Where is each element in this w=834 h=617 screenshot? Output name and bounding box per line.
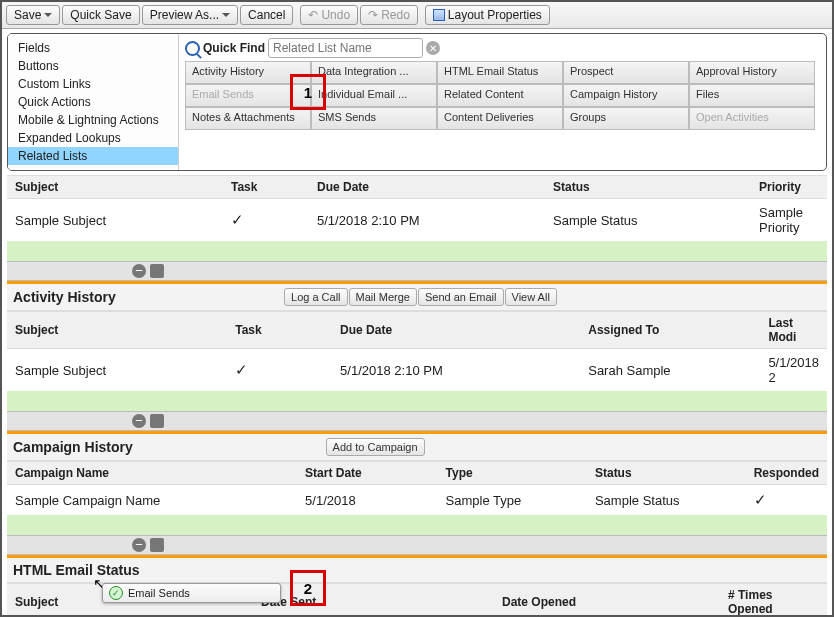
palette-sidebar: Fields Buttons Custom Links Quick Action… — [8, 34, 179, 170]
callout-1: 1 — [290, 74, 326, 110]
activity-history-table: SubjectTaskDue DateAssigned ToLast Modi … — [7, 311, 827, 391]
campaign-history-table: Campaign NameStart DateTypeStatusRespond… — [7, 461, 827, 515]
sidebar-item-buttons[interactable]: Buttons — [8, 57, 178, 75]
palette-item[interactable]: Files — [689, 84, 815, 107]
quick-find-label: Quick Find — [203, 41, 265, 55]
sidebar-item-quick-actions[interactable]: Quick Actions — [8, 93, 178, 111]
mail-merge-button[interactable]: Mail Merge — [349, 288, 417, 306]
add-to-campaign-button[interactable]: Add to Campaign — [326, 438, 425, 456]
view-all-button[interactable]: View All — [505, 288, 557, 306]
sidebar-item-custom-links[interactable]: Custom Links — [8, 75, 178, 93]
log-a-call-button[interactable]: Log a Call — [284, 288, 348, 306]
campaign-history-header: Campaign History Add to Campaign — [7, 434, 827, 461]
callout-2: 2 — [290, 570, 326, 606]
undo-button[interactable]: ↶Undo — [300, 5, 358, 25]
palette-item[interactable]: Campaign History — [563, 84, 689, 107]
drop-gap[interactable] — [7, 241, 827, 261]
section-handle[interactable]: − — [7, 411, 827, 431]
palette-panel: Fields Buttons Custom Links Quick Action… — [7, 33, 827, 171]
html-email-status-header: HTML Email Status — [7, 558, 827, 583]
save-button[interactable]: Save — [6, 5, 60, 25]
section-handle[interactable]: − — [7, 261, 827, 281]
palette-item[interactable]: Individual Email ... — [311, 84, 437, 107]
send-email-button[interactable]: Send an Email — [418, 288, 504, 306]
dragging-item[interactable]: ✓ Email Sends — [102, 583, 281, 603]
palette-item[interactable]: Groups — [563, 107, 689, 130]
palette-item[interactable]: Content Deliveries — [437, 107, 563, 130]
redo-button[interactable]: ↷Redo — [360, 5, 418, 25]
remove-icon[interactable]: − — [132, 264, 146, 278]
drop-gap[interactable] — [7, 515, 827, 535]
quick-find: Quick Find ✕ — [185, 38, 820, 58]
caret-down-icon — [44, 13, 52, 21]
table-row: Sample Subject✓5/1/2018 2:10 PMSarah Sam… — [7, 349, 827, 392]
sidebar-item-fields[interactable]: Fields — [8, 39, 178, 57]
remove-icon[interactable]: − — [132, 538, 146, 552]
sidebar-item-expanded-lookups[interactable]: Expanded Lookups — [8, 129, 178, 147]
sidebar-item-mobile-actions[interactable]: Mobile & Lightning Actions — [8, 111, 178, 129]
wrench-icon[interactable] — [150, 264, 164, 278]
preview-as-button[interactable]: Preview As... — [142, 5, 238, 25]
palette-item[interactable]: Approval History — [689, 61, 815, 84]
palette-item[interactable]: Prospect — [563, 61, 689, 84]
palette-item[interactable]: Notes & Attachments — [185, 107, 311, 130]
search-icon — [185, 41, 200, 56]
top-toolbar: Save Quick Save Preview As... Cancel ↶Un… — [2, 2, 832, 29]
remove-icon[interactable]: − — [132, 414, 146, 428]
palette-grid: Activity HistoryData Integration ...HTML… — [185, 61, 820, 153]
layout-canvas: SubjectTaskDue DateStatusPriority Sample… — [2, 175, 832, 617]
layout-properties-button[interactable]: Layout Properties — [425, 5, 550, 25]
palette-item[interactable]: Open Activities — [689, 107, 815, 130]
ok-icon: ✓ — [109, 586, 123, 600]
palette-item[interactable]: SMS Sends — [311, 107, 437, 130]
palette-item[interactable]: HTML Email Status — [437, 61, 563, 84]
table-row: Sample Campaign Name5/1/2018Sample TypeS… — [7, 485, 827, 516]
activity-history-header: Activity History Log a Call Mail Merge S… — [7, 284, 827, 311]
section-handle[interactable]: − — [7, 535, 827, 555]
sidebar-item-related-lists[interactable]: Related Lists — [8, 147, 178, 165]
cancel-button[interactable]: Cancel — [240, 5, 293, 25]
palette-item[interactable]: Related Content — [437, 84, 563, 107]
open-activities-table: SubjectTaskDue DateStatusPriority Sample… — [7, 175, 827, 241]
drop-gap[interactable] — [7, 391, 827, 411]
palette-body: Quick Find ✕ Activity HistoryData Integr… — [179, 34, 826, 170]
palette-item[interactable]: Data Integration ... — [311, 61, 437, 84]
wrench-icon[interactable] — [150, 414, 164, 428]
wrench-icon[interactable] — [150, 538, 164, 552]
quick-find-input[interactable] — [268, 38, 423, 58]
clear-icon[interactable]: ✕ — [426, 41, 440, 55]
table-row: Sample Subject✓5/1/2018 2:10 PMSample St… — [7, 199, 827, 242]
layout-icon — [433, 9, 445, 21]
quick-save-button[interactable]: Quick Save — [62, 5, 139, 25]
caret-down-icon — [222, 13, 230, 21]
